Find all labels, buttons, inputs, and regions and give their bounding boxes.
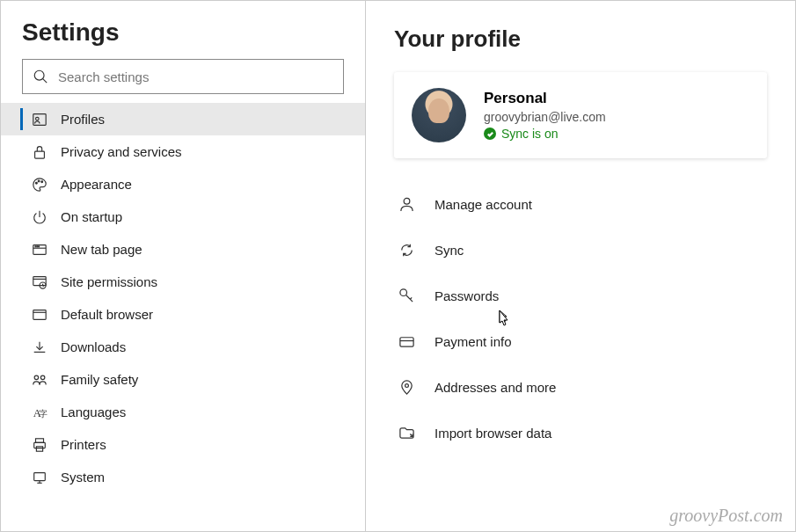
profile-options: Manage account Sync Passwords Payment in… (394, 181, 767, 455)
nav-item-appearance[interactable]: Appearance (1, 168, 365, 200)
location-icon (398, 378, 415, 396)
svg-rect-4 (35, 151, 45, 158)
newtab-icon (31, 241, 48, 259)
svg-rect-28 (399, 337, 413, 346)
profile-card[interactable]: Personal groovybrian@live.com Sync is on (394, 72, 767, 158)
settings-title: Settings (1, 18, 365, 59)
nav-item-system[interactable]: System (1, 461, 365, 493)
svg-text:字: 字 (39, 408, 47, 418)
watermark: groovyPost.com (669, 506, 783, 526)
nav-item-printers[interactable]: Printers (1, 428, 365, 461)
nav-label: Downloads (61, 339, 126, 354)
svg-rect-23 (34, 442, 46, 448)
svg-point-3 (36, 117, 40, 120)
key-icon (398, 287, 415, 304)
language-icon: A字 (31, 404, 48, 421)
nav-label: System (61, 470, 105, 485)
option-label: Addresses and more (435, 380, 556, 395)
printer-icon (31, 436, 48, 454)
nav-item-profiles[interactable]: Profiles (1, 103, 365, 135)
option-label: Payment info (435, 334, 512, 349)
nav-item-sitepermissions[interactable]: Site permissions (1, 266, 365, 298)
nav-label: New tab page (61, 242, 142, 257)
nav-item-languages[interactable]: A字 Languages (1, 396, 365, 428)
nav-label: Profiles (61, 112, 105, 127)
nav-label: Languages (61, 404, 126, 419)
nav-item-privacy[interactable]: Privacy and services (1, 135, 365, 168)
option-label: Manage account (435, 197, 532, 212)
svg-point-30 (405, 383, 408, 387)
search-icon (32, 68, 49, 85)
nav-item-defaultbrowser[interactable]: Default browser (1, 298, 365, 331)
svg-point-12 (39, 245, 40, 246)
nav-label: Family safety (61, 372, 138, 387)
svg-point-5 (36, 182, 38, 184)
option-label: Passwords (435, 288, 499, 303)
import-icon (398, 424, 415, 441)
nav-item-downloads[interactable]: Downloads (1, 331, 365, 363)
svg-point-26 (404, 198, 410, 204)
nav-label: Appearance (61, 177, 132, 192)
lock-icon (31, 143, 48, 161)
avatar (412, 88, 466, 142)
nav-item-newtab[interactable]: New tab page (1, 233, 365, 266)
card-icon (398, 332, 415, 350)
power-icon (31, 208, 48, 226)
profile-name: Personal (484, 90, 606, 107)
page-title: Your profile (394, 26, 767, 53)
svg-rect-22 (36, 438, 44, 442)
browser-icon (31, 306, 48, 324)
sync-status-text: Sync is on (501, 127, 559, 141)
svg-point-27 (399, 288, 406, 295)
profile-info: Personal groovybrian@live.com Sync is on (484, 90, 606, 141)
nav-label: On startup (61, 209, 122, 224)
svg-rect-24 (36, 446, 42, 450)
main-panel: Your profile Personal groovybrian@live.c… (366, 1, 795, 531)
svg-point-11 (37, 245, 38, 246)
profile-icon (31, 111, 48, 128)
svg-rect-16 (33, 310, 46, 319)
nav-label: Printers (61, 437, 106, 452)
svg-point-10 (35, 245, 36, 246)
option-sync[interactable]: Sync (394, 227, 767, 273)
family-icon (31, 371, 48, 389)
svg-line-1 (43, 79, 47, 84)
sync-status: Sync is on (484, 127, 606, 141)
nav-label: Default browser (61, 307, 153, 322)
svg-point-7 (41, 180, 43, 182)
nav-item-family[interactable]: Family safety (1, 363, 365, 396)
option-passwords[interactable]: Passwords (394, 273, 767, 318)
search-settings-box[interactable] (22, 59, 344, 94)
option-label: Sync (435, 243, 464, 258)
settings-sidebar: Settings Profiles Privacy and services A… (1, 1, 366, 531)
settings-nav: Profiles Privacy and services Appearance… (1, 103, 365, 493)
svg-point-0 (34, 70, 44, 80)
nav-label: Site permissions (61, 274, 157, 289)
palette-icon (31, 176, 48, 193)
check-icon (484, 128, 496, 140)
system-icon (31, 469, 48, 486)
option-manage-account[interactable]: Manage account (394, 181, 767, 227)
search-input[interactable] (58, 69, 334, 84)
download-icon (31, 339, 48, 356)
svg-point-19 (40, 375, 45, 380)
option-import[interactable]: Import browser data (394, 410, 767, 455)
nav-label: Privacy and services (61, 144, 182, 159)
option-payment[interactable]: Payment info (394, 318, 767, 364)
person-icon (398, 195, 415, 213)
svg-point-18 (34, 375, 39, 380)
profile-email: groovybrian@live.com (484, 110, 606, 124)
option-addresses[interactable]: Addresses and more (394, 364, 767, 410)
nav-item-startup[interactable]: On startup (1, 200, 365, 233)
permissions-icon (31, 273, 48, 291)
svg-point-6 (38, 180, 40, 182)
option-label: Import browser data (435, 426, 551, 441)
svg-rect-25 (34, 472, 46, 480)
sync-icon (398, 241, 415, 259)
